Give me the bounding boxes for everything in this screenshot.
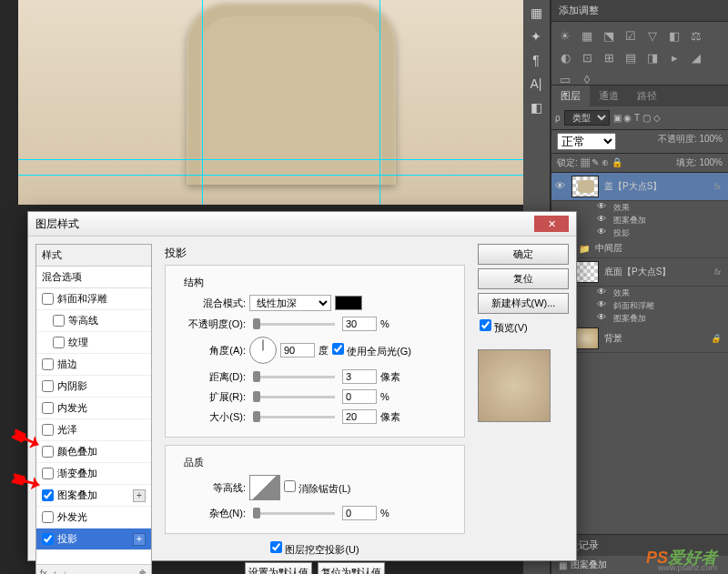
adj-curves-icon[interactable]: ⬔ bbox=[601, 27, 617, 44]
style-item[interactable]: 纹理 bbox=[36, 332, 151, 354]
style-checkbox[interactable] bbox=[42, 446, 54, 458]
shadow-color-swatch[interactable] bbox=[335, 296, 362, 310]
antialias-checkbox[interactable]: 消除锯齿(L) bbox=[284, 480, 351, 496]
adj-brightness-icon[interactable]: ☀ bbox=[557, 27, 573, 44]
layer-name: 盖【P大点S】 bbox=[604, 180, 662, 193]
adj-photo-icon[interactable]: ⊡ bbox=[579, 49, 595, 65]
add-icon[interactable]: + bbox=[133, 533, 146, 546]
trash-icon[interactable]: 🗑 bbox=[138, 569, 147, 574]
style-checkbox[interactable] bbox=[42, 402, 54, 414]
blend-options[interactable]: 混合选项 bbox=[36, 267, 151, 288]
spread-slider[interactable] bbox=[253, 396, 335, 398]
tool-btn[interactable]: ✦ bbox=[525, 25, 547, 47]
spread-input[interactable] bbox=[342, 389, 377, 404]
style-item[interactable]: 颜色叠加 bbox=[36, 441, 151, 463]
tool-btn[interactable]: ◧ bbox=[525, 96, 547, 118]
guide-horizontal bbox=[18, 175, 523, 176]
adj-invert-icon[interactable]: ◨ bbox=[644, 49, 661, 65]
tab-layers[interactable]: 图层 bbox=[551, 86, 590, 106]
layer-effect[interactable]: 👁投影 bbox=[551, 227, 728, 239]
layer-item[interactable]: 👁 背景 🔒 bbox=[551, 325, 728, 353]
fx-badge[interactable]: fx bbox=[714, 182, 724, 191]
noise-slider[interactable] bbox=[253, 512, 335, 515]
layer-effect[interactable]: 👁效果 bbox=[551, 201, 728, 214]
style-item[interactable]: 投影+ bbox=[36, 529, 151, 550]
contour-picker[interactable] bbox=[249, 475, 280, 500]
style-checkbox[interactable] bbox=[42, 533, 54, 545]
reset-default-button[interactable]: 复位为默认值 bbox=[318, 562, 385, 574]
style-item[interactable]: 光泽 bbox=[36, 419, 151, 441]
noise-input[interactable] bbox=[342, 506, 377, 520]
layer-thumb[interactable] bbox=[571, 176, 599, 197]
adj-mixer-icon[interactable]: ⊞ bbox=[601, 49, 617, 65]
adj-poster-icon[interactable]: ▸ bbox=[666, 49, 682, 65]
distance-slider[interactable] bbox=[253, 376, 335, 378]
opacity-input[interactable] bbox=[342, 317, 377, 331]
cancel-button[interactable]: 复位 bbox=[478, 268, 569, 289]
dialog-titlebar[interactable]: 图层样式 ✕ bbox=[28, 212, 576, 237]
style-checkbox[interactable] bbox=[42, 511, 54, 523]
new-style-button[interactable]: 新建样式(W)... bbox=[478, 293, 569, 314]
style-checkbox[interactable] bbox=[42, 468, 54, 479]
layer-item[interactable]: 👁 盖【P大点S】 fx bbox=[551, 173, 728, 201]
style-checkbox[interactable] bbox=[42, 424, 54, 436]
angle-dial[interactable] bbox=[249, 337, 277, 364]
size-input[interactable] bbox=[342, 409, 377, 424]
style-item[interactable]: 描边 bbox=[36, 354, 151, 376]
adj-hue-icon[interactable]: ◧ bbox=[666, 27, 682, 44]
blend-mode-select[interactable]: 正常 bbox=[557, 133, 616, 150]
tab-paths[interactable]: 路径 bbox=[628, 86, 666, 106]
style-checkbox[interactable] bbox=[42, 358, 54, 370]
style-checkbox[interactable] bbox=[42, 293, 54, 305]
knockout-checkbox[interactable]: 图层挖空投影(U) bbox=[270, 544, 359, 555]
tool-btn[interactable]: ¶ bbox=[525, 49, 547, 71]
adj-levels-icon[interactable]: ▦ bbox=[579, 27, 595, 44]
close-button[interactable]: ✕ bbox=[534, 216, 569, 232]
style-item[interactable]: 内发光 bbox=[36, 398, 151, 419]
make-default-button[interactable]: 设置为默认值 bbox=[245, 562, 312, 574]
distance-input[interactable] bbox=[342, 369, 377, 384]
style-item[interactable]: 图案叠加+ bbox=[36, 485, 151, 507]
style-item[interactable]: 等高线 bbox=[36, 310, 151, 332]
style-checkbox[interactable] bbox=[53, 337, 65, 348]
tool-btn[interactable]: A| bbox=[525, 73, 547, 95]
opacity-slider[interactable] bbox=[253, 323, 335, 326]
layer-item[interactable]: 👁 ▸ 📁 中间层 bbox=[551, 239, 728, 258]
style-checkbox[interactable] bbox=[42, 380, 54, 392]
arrow-down-icon[interactable]: ↓ bbox=[63, 569, 67, 574]
adj-threshold-icon[interactable]: ◢ bbox=[688, 49, 704, 65]
style-checkbox[interactable] bbox=[53, 315, 65, 327]
layer-effect[interactable]: 👁斜面和浮雕 bbox=[551, 299, 728, 312]
fill-value[interactable]: 100% bbox=[699, 157, 723, 167]
size-slider[interactable] bbox=[253, 416, 335, 418]
layer-kind-select[interactable]: 类型 bbox=[564, 110, 610, 126]
blend-mode-select[interactable]: 线性加深 bbox=[249, 295, 331, 311]
adj-exposure-icon[interactable]: ☑ bbox=[622, 27, 639, 44]
ok-button[interactable]: 确定 bbox=[478, 244, 569, 265]
style-item[interactable]: 内阴影 bbox=[36, 376, 151, 398]
visibility-icon[interactable]: 👁 bbox=[555, 180, 568, 193]
tab-channels[interactable]: 通道 bbox=[590, 86, 628, 106]
preview-checkbox[interactable]: 预览(V) bbox=[478, 317, 569, 337]
layer-effect[interactable]: 👁图案叠加 bbox=[551, 214, 728, 227]
add-icon[interactable]: + bbox=[133, 489, 146, 502]
style-item[interactable]: 外发光 bbox=[36, 507, 151, 529]
layer-effect[interactable]: 👁图案叠加 bbox=[551, 312, 728, 325]
tool-btn[interactable]: ▦ bbox=[525, 2, 547, 24]
adj-lookup-icon[interactable]: ▤ bbox=[622, 49, 639, 65]
style-item[interactable]: 渐变叠加 bbox=[36, 463, 151, 485]
fx-label[interactable]: fx bbox=[40, 569, 47, 574]
opacity-value[interactable]: 100% bbox=[699, 134, 723, 144]
adj-vibrance-icon[interactable]: ▽ bbox=[644, 27, 661, 44]
size-label: 大小(S): bbox=[175, 410, 246, 424]
adj-bw-icon[interactable]: ◐ bbox=[557, 49, 573, 65]
adj-balance-icon[interactable]: ⚖ bbox=[688, 27, 704, 44]
angle-input[interactable] bbox=[280, 343, 315, 357]
style-item[interactable]: 斜面和浮雕 bbox=[36, 288, 151, 310]
layer-effect[interactable]: 👁效果 bbox=[551, 287, 728, 299]
layer-item[interactable]: 👁 底面【P大点S】 fx bbox=[551, 258, 728, 287]
global-light-checkbox[interactable]: 使用全局光(G) bbox=[332, 343, 411, 358]
arrow-up-icon[interactable]: ↑ bbox=[53, 569, 57, 574]
fx-badge[interactable]: fx bbox=[714, 267, 724, 277]
style-checkbox[interactable] bbox=[42, 489, 54, 501]
